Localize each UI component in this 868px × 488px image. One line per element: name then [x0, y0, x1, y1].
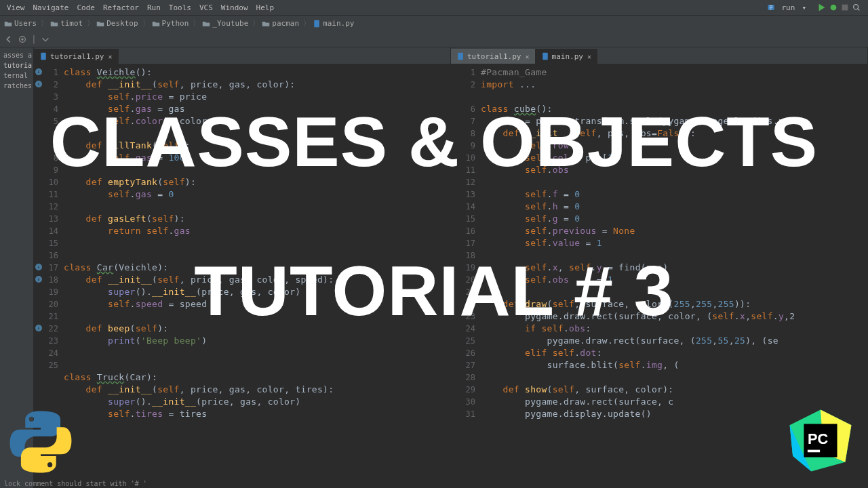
left-code-area[interactable]: 1↓2↓34567891011121314151617↓18↓19202122↓…	[34, 64, 450, 488]
sidebar-item[interactable]: ratches and C	[1, 81, 32, 91]
menu-navigate[interactable]: Navigate	[29, 3, 73, 12]
left-editor: tutorial1.py✕ 1↓2↓3456789101112131415161…	[34, 47, 451, 488]
svg-point-1	[831, 5, 837, 11]
close-icon[interactable]: ✕	[587, 53, 591, 60]
back-icon[interactable]	[4, 35, 14, 44]
left-text[interactable]: class Veichle(): def __init__(self, pric…	[64, 64, 450, 488]
menu-bar: View Navigate Code Refactor Run Tools VC…	[0, 0, 868, 15]
breadcrumbs: Users〉 timot〉 Desktop〉 Python〉 _Youtube〉…	[0, 15, 868, 31]
stop-icon[interactable]	[840, 3, 850, 12]
debug-icon[interactable]	[829, 3, 838, 12]
crumb-timot[interactable]: timot	[50, 19, 85, 28]
svg-rect-8	[458, 53, 463, 60]
crumb-youtube[interactable]: _Youtube	[202, 19, 250, 28]
tab-tutorial1[interactable]: tutorial1.py✕	[34, 49, 119, 64]
menu-run[interactable]: Run	[143, 3, 165, 12]
expand-icon[interactable]	[41, 35, 50, 44]
svg-rect-7	[41, 53, 46, 60]
crumb-desktop[interactable]: Desktop	[96, 19, 140, 28]
crumb-pacman[interactable]: pacman	[262, 19, 301, 28]
menu-view[interactable]: View	[3, 3, 29, 12]
python-file-icon	[39, 52, 47, 60]
menu-tools[interactable]: Tools	[165, 3, 195, 12]
menu-help[interactable]: Help	[252, 3, 279, 12]
search-icon[interactable]	[852, 3, 861, 12]
status-hint: lock comment should start with '# '	[0, 479, 151, 488]
play-icon[interactable]	[817, 3, 827, 12]
menu-window[interactable]: Window	[217, 3, 252, 12]
gear-icon[interactable]	[18, 35, 27, 44]
sidebar-file[interactable]: tutorial1.py	[1, 60, 32, 70]
close-icon[interactable]: ✕	[108, 53, 112, 60]
svg-rect-9	[542, 53, 548, 60]
tab-tutorial1-r[interactable]: tutorial1.py✕	[451, 49, 536, 64]
python-file-icon	[456, 52, 465, 60]
svg-rect-12	[808, 450, 820, 453]
svg-point-3	[854, 5, 859, 9]
toolbar: |	[0, 31, 868, 47]
tab-mainpy[interactable]: main.py✕	[536, 49, 597, 64]
right-tabs: tutorial1.py✕ main.py✕	[451, 47, 867, 64]
left-tabs: tutorial1.py✕	[34, 47, 450, 64]
python-file-icon	[541, 52, 549, 60]
svg-point-6	[21, 38, 24, 41]
sidebar-item[interactable]: ternal Librari	[1, 70, 32, 81]
sidebar-item[interactable]: asses and Ob	[1, 50, 32, 60]
menu-vcs[interactable]: VCS	[195, 3, 217, 12]
crumb-mainpy[interactable]: main.py	[313, 19, 356, 28]
close-icon[interactable]: ✕	[525, 53, 529, 60]
svg-text:PC: PC	[808, 430, 829, 447]
svg-rect-4	[314, 20, 319, 27]
pycharm-logo-icon: PC	[787, 407, 854, 474]
right-gutter: 1267891011121314151617181920212223242526…	[451, 64, 481, 488]
run-configuration[interactable]: run ▾	[763, 3, 811, 12]
menu-code[interactable]: Code	[73, 3, 99, 12]
menu-refactor[interactable]: Refactor	[99, 3, 143, 12]
run-buttons	[813, 3, 865, 12]
python-logo-icon	[7, 408, 75, 476]
crumb-python[interactable]: Python	[152, 19, 191, 28]
crumb-users[interactable]: Users	[4, 19, 39, 28]
svg-rect-2	[842, 5, 848, 11]
